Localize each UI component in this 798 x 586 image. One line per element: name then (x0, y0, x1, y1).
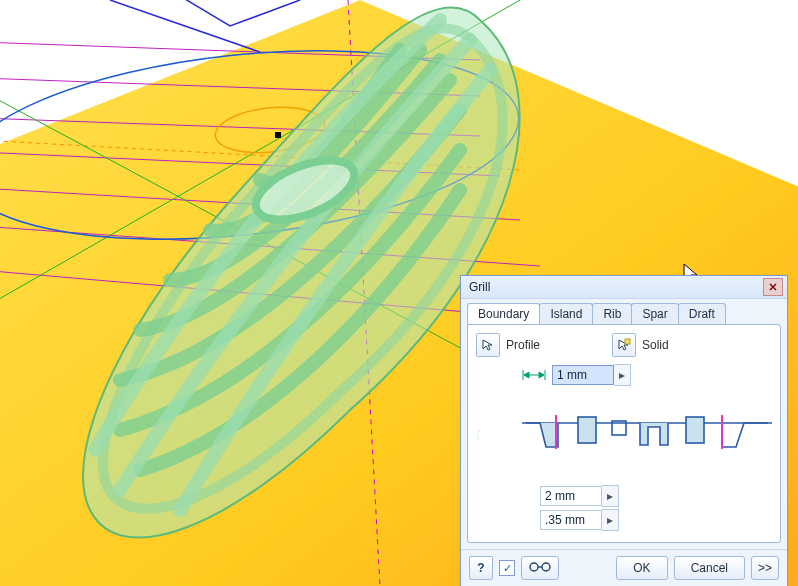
solid-select-button[interactable] (612, 333, 636, 357)
glasses-icon (528, 560, 552, 576)
tab-rib[interactable]: Rib (592, 303, 632, 324)
tab-panel: Profile Solid (467, 324, 781, 543)
dialog-tabs: Boundary Island Rib Spar Draft (467, 303, 781, 324)
tab-boundary[interactable]: Boundary (467, 303, 540, 324)
depth-field: ▸ (540, 486, 772, 506)
close-button[interactable] (763, 278, 783, 296)
width-arrows-icon (520, 368, 548, 382)
dialog-button-bar: ? ✓ OK Cancel >> (461, 549, 787, 586)
preview-button[interactable] (521, 556, 559, 580)
offset-spinner[interactable]: ▸ (602, 509, 619, 531)
svg-marker-33 (524, 372, 529, 378)
svg-point-44 (542, 563, 550, 571)
cancel-button[interactable]: Cancel (674, 556, 745, 580)
expand-button[interactable]: >> (751, 556, 779, 580)
profile-select-button[interactable] (476, 333, 500, 357)
svg-rect-18 (625, 339, 630, 344)
preview-checkbox[interactable]: ✓ (499, 560, 515, 576)
tab-spar[interactable]: Spar (631, 303, 678, 324)
svg-rect-40 (686, 417, 704, 443)
offset-field: ▸ (540, 510, 772, 530)
help-button[interactable]: ? (469, 556, 493, 580)
depth-input[interactable] (540, 486, 602, 506)
svg-point-43 (530, 563, 538, 571)
cursor-solid-icon (617, 338, 631, 352)
grill-dialog: Grill Boundary Island Rib Spar Draft Pro… (460, 275, 788, 586)
tab-island[interactable]: Island (539, 303, 593, 324)
depth-spinner[interactable]: ▸ (602, 485, 619, 507)
offset-input[interactable] (540, 510, 602, 530)
dialog-titlebar[interactable]: Grill (461, 276, 787, 299)
width-field: ▸ (552, 365, 631, 385)
width-input[interactable] (552, 365, 614, 385)
ok-button[interactable]: OK (616, 556, 667, 580)
width-spinner[interactable]: ▸ (614, 364, 631, 386)
svg-rect-17 (275, 132, 281, 138)
section-schematic (522, 393, 772, 473)
solid-label: Solid (642, 338, 669, 352)
tab-draft[interactable]: Draft (678, 303, 726, 324)
cursor-icon (481, 338, 495, 352)
dialog-title: Grill (469, 280, 763, 294)
svg-rect-38 (578, 417, 596, 443)
profile-label: Profile (506, 338, 540, 352)
svg-marker-34 (539, 372, 544, 378)
